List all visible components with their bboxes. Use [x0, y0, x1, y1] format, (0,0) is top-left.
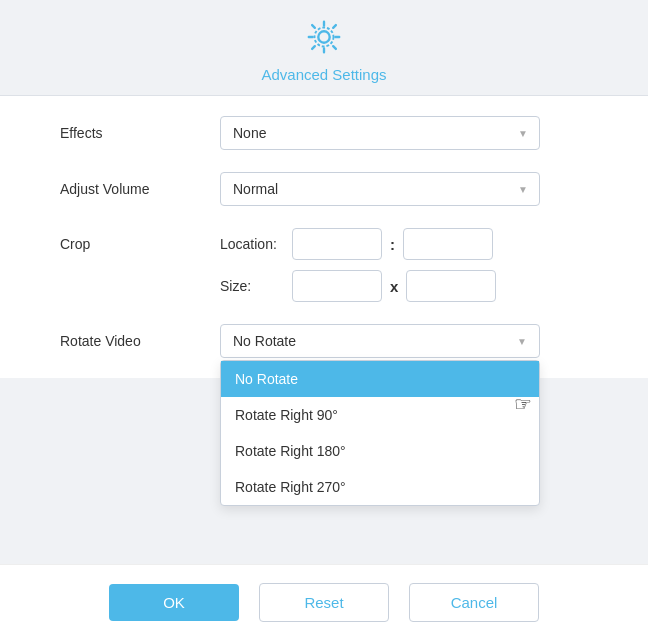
effects-select-wrapper: None Fade Blur: [220, 116, 540, 150]
page-title: Advanced Settings: [261, 66, 386, 83]
crop-location-label: Location:: [220, 236, 284, 252]
crop-location-separator: :: [390, 236, 395, 253]
rotate-option-no-rotate[interactable]: No Rotate: [221, 361, 539, 397]
crop-size-row: Size: x: [220, 270, 496, 302]
rotate-chevron-icon: ▼: [517, 336, 527, 347]
svg-point-0: [318, 31, 329, 42]
rotate-video-select[interactable]: No Rotate ▼: [220, 324, 540, 358]
adjust-volume-control: Normal Mute Increase Decrease: [220, 172, 588, 206]
header: Advanced Settings: [0, 0, 648, 96]
reset-button[interactable]: Reset: [259, 583, 389, 622]
cancel-button[interactable]: Cancel: [409, 583, 539, 622]
crop-row: Crop Location: : Size: x: [60, 228, 588, 302]
rotate-dropdown: No Rotate Rotate Right 90° Rotate Right …: [220, 360, 540, 506]
crop-location-row: Location: :: [220, 228, 496, 260]
crop-size-separator: x: [390, 278, 398, 295]
crop-fields: Location: : Size: x: [220, 228, 496, 302]
effects-select[interactable]: None Fade Blur: [220, 116, 540, 150]
crop-size-w-input[interactable]: [292, 270, 382, 302]
rotate-video-label: Rotate Video: [60, 324, 220, 349]
main-content: Effects None Fade Blur Adjust Volume Nor…: [0, 96, 648, 378]
ok-button[interactable]: OK: [109, 584, 239, 621]
adjust-volume-select[interactable]: Normal Mute Increase Decrease: [220, 172, 540, 206]
rotate-video-value: No Rotate: [233, 333, 296, 349]
crop-size-label: Size:: [220, 278, 284, 294]
rotate-option-right-270[interactable]: Rotate Right 270°: [221, 469, 539, 505]
adjust-volume-label: Adjust Volume: [60, 181, 220, 197]
crop-location-x-input[interactable]: [292, 228, 382, 260]
gear-icon: [305, 18, 343, 60]
rotate-option-right-180[interactable]: Rotate Right 180°: [221, 433, 539, 469]
crop-location-y-input[interactable]: [403, 228, 493, 260]
crop-size-h-input[interactable]: [406, 270, 496, 302]
effects-label: Effects: [60, 125, 220, 141]
rotate-video-wrapper: No Rotate ▼ No Rotate Rotate Right 90° R…: [220, 324, 540, 358]
crop-label: Crop: [60, 228, 220, 252]
effects-control: None Fade Blur: [220, 116, 588, 150]
adjust-volume-select-wrapper: Normal Mute Increase Decrease: [220, 172, 540, 206]
adjust-volume-row: Adjust Volume Normal Mute Increase Decre…: [60, 172, 588, 206]
rotate-option-right-90[interactable]: Rotate Right 90°: [221, 397, 539, 433]
effects-row: Effects None Fade Blur: [60, 116, 588, 150]
rotate-video-row: Rotate Video No Rotate ▼ No Rotate Rotat…: [60, 324, 588, 358]
footer: OK Reset Cancel: [0, 564, 648, 640]
